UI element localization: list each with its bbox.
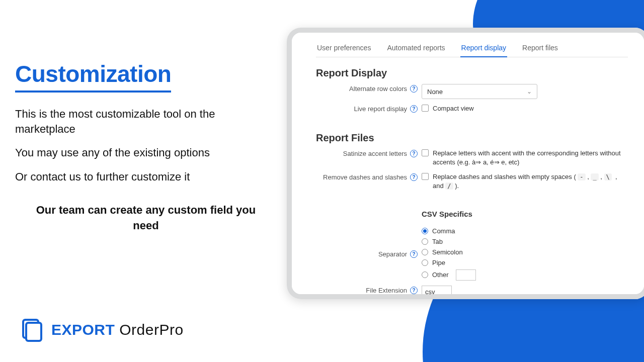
- separator-comma-radio[interactable]: Comma: [422, 227, 628, 235]
- separator-other-radio[interactable]: Other: [422, 269, 628, 281]
- file-extension-input[interactable]: csv: [422, 286, 452, 294]
- live-report-display-label: Live report display: [354, 105, 408, 113]
- help-icon[interactable]: ?: [410, 105, 418, 113]
- file-extension-label: File Extension: [366, 287, 407, 294]
- marketing-line-1: This is the most customizable tool on th…: [15, 107, 277, 136]
- help-icon[interactable]: ?: [410, 85, 418, 93]
- satinize-checkbox[interactable]: [422, 149, 429, 156]
- csv-specifics-heading: CSV Specifics: [422, 210, 628, 218]
- alternate-row-colors-select[interactable]: None ⌄: [422, 84, 537, 99]
- separator-pipe-radio[interactable]: Pipe: [422, 259, 628, 266]
- help-icon[interactable]: ?: [410, 150, 418, 157]
- page-heading: Customization: [15, 60, 277, 87]
- tab-automated-reports[interactable]: Automated reports: [386, 42, 446, 57]
- satinize-label: Satinize accent letters: [343, 150, 407, 157]
- compact-view-checkbox[interactable]: [422, 105, 429, 112]
- help-icon[interactable]: ?: [410, 287, 418, 294]
- tab-report-display[interactable]: Report display: [460, 42, 508, 57]
- alternate-row-colors-label: Alternate row colors: [349, 85, 407, 93]
- brand-logo-icon: [20, 318, 44, 342]
- separator-semicolon-radio[interactable]: Semicolon: [422, 248, 628, 256]
- heading-underline: [15, 90, 171, 93]
- svg-rect-1: [26, 323, 41, 341]
- marketing-line-3: Or contact us to further customize it: [15, 169, 277, 185]
- separator-label: Separator: [378, 250, 407, 258]
- brand-block: EXPORT OrderPro: [20, 318, 184, 342]
- remove-dashes-description: Replace dashes and slashes with empty sp…: [433, 172, 628, 191]
- section-title-report-files: Report Files: [316, 132, 628, 144]
- brand-word-orderpro: OrderPro: [119, 321, 183, 338]
- marketing-column: Customization This is the most customiza…: [15, 60, 277, 242]
- marketing-line-2: You may use any of the existing options: [15, 145, 277, 160]
- tab-user-preferences[interactable]: User preferences: [316, 42, 372, 57]
- settings-frame: User preferences Automated reports Repor…: [287, 28, 644, 299]
- remove-dashes-checkbox[interactable]: [422, 173, 429, 180]
- settings-tabs: User preferences Automated reports Repor…: [316, 42, 628, 57]
- chevron-down-icon: ⌄: [527, 88, 532, 95]
- alternate-row-colors-value: None: [427, 88, 443, 96]
- help-icon[interactable]: ?: [410, 250, 418, 258]
- marketing-tagline: Our team can create any custom field you…: [15, 203, 277, 234]
- brand-word-export: EXPORT: [51, 321, 115, 338]
- separator-tab-radio[interactable]: Tab: [422, 238, 628, 245]
- tab-report-files[interactable]: Report files: [521, 42, 559, 57]
- remove-dashes-label: Remove dashes and slashes: [323, 173, 407, 181]
- help-icon[interactable]: ?: [410, 173, 418, 181]
- compact-view-label: Compact view: [433, 104, 474, 113]
- brand-text: EXPORT OrderPro: [51, 321, 184, 338]
- section-title-report-display: Report Display: [316, 67, 628, 79]
- satinize-description: Replace letters with accent with the cor…: [433, 149, 628, 167]
- separator-other-input[interactable]: [456, 269, 476, 281]
